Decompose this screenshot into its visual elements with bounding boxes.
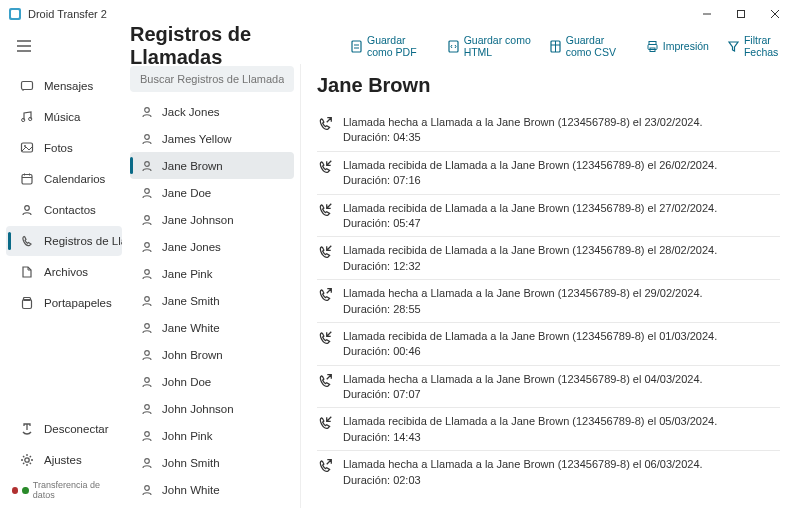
sidebar-settings-label: Ajustes <box>44 454 82 466</box>
svg-rect-24 <box>22 175 32 185</box>
person-icon <box>140 429 154 443</box>
call-incoming-icon <box>317 330 333 346</box>
sidebar-item-clipboard[interactable]: Portapapeles <box>6 288 122 318</box>
print-label: Impresión <box>663 40 709 52</box>
person-icon <box>140 105 154 119</box>
contact-item[interactable]: John White <box>130 476 294 503</box>
svg-rect-17 <box>648 44 657 49</box>
sidebar: MensajesMúsicaFotosCalendariosContactosR… <box>0 64 128 508</box>
contact-name: Jane Jones <box>162 241 221 253</box>
calls-list: Llamada hecha a Llamada a la Jane Brown … <box>317 109 780 493</box>
sidebar-item-label: Portapapeles <box>44 297 112 309</box>
app-logo-icon <box>8 7 22 21</box>
contacts-icon <box>20 203 34 217</box>
html-icon <box>447 40 460 53</box>
close-button[interactable] <box>758 2 792 26</box>
save-pdf-button[interactable]: Guardar como PDF <box>344 30 435 62</box>
person-icon <box>140 456 154 470</box>
files-icon <box>20 265 34 279</box>
call-text: Llamada recibida de Llamada a la Jane Br… <box>343 414 717 445</box>
contact-item[interactable]: Jane Smith <box>130 287 294 314</box>
contact-name: John Doe <box>162 376 211 388</box>
person-icon <box>140 348 154 362</box>
sidebar-item-files[interactable]: Archivos <box>6 257 122 287</box>
sidebar-item-music[interactable]: Música <box>6 102 122 132</box>
contact-name: John White <box>162 484 220 496</box>
contact-name: John Smith <box>162 457 220 469</box>
svg-rect-9 <box>352 41 361 52</box>
save-html-button[interactable]: Guardar como HTML <box>441 30 537 62</box>
contact-item[interactable]: Jane White <box>130 314 294 341</box>
sidebar-item-messages[interactable]: Mensajes <box>6 71 122 101</box>
svg-point-21 <box>29 117 32 120</box>
call-text: Llamada hecha a Llamada a la Jane Brown … <box>343 372 703 403</box>
contact-name: Jane Johnson <box>162 214 234 226</box>
contacts-list: Jack JonesJames YellowJane BrownJane Doe… <box>128 98 300 508</box>
svg-rect-3 <box>738 11 745 18</box>
contact-item[interactable]: Jane Doe <box>130 179 294 206</box>
contact-item[interactable]: John Smith <box>130 449 294 476</box>
filter-dates-button[interactable]: Filtrar Fechas <box>721 30 792 62</box>
minimize-button[interactable] <box>690 2 724 26</box>
svg-point-46 <box>145 485 150 490</box>
person-icon <box>140 240 154 254</box>
svg-point-45 <box>145 458 150 463</box>
sidebar-item-call-logs[interactable]: Registros de Llamadas <box>6 226 122 256</box>
disconnect-icon <box>20 422 34 436</box>
sidebar-item-label: Calendarios <box>44 173 105 185</box>
maximize-button[interactable] <box>724 2 758 26</box>
call-outgoing-icon <box>317 458 333 474</box>
svg-rect-19 <box>22 82 33 90</box>
contact-name: James Yellow <box>162 133 232 145</box>
svg-point-43 <box>145 404 150 409</box>
call-row: Llamada hecha a Llamada a la Jane Brown … <box>317 366 780 409</box>
contact-item[interactable]: Jane Brown <box>130 152 294 179</box>
filter-dates-label: Filtrar Fechas <box>744 34 786 58</box>
contact-item[interactable]: John Johnson <box>130 395 294 422</box>
contact-item[interactable]: Jane Johnson <box>130 206 294 233</box>
contact-item[interactable]: Jack Jones <box>130 98 294 125</box>
svg-point-32 <box>145 107 150 112</box>
status-dot-green <box>22 487 28 494</box>
contact-name: John Brown <box>162 349 223 361</box>
contact-item[interactable]: John Pink <box>130 422 294 449</box>
call-text: Llamada recibida de Llamada a la Jane Br… <box>343 201 717 232</box>
contact-item[interactable]: James Yellow <box>130 125 294 152</box>
contact-name: Jack Jones <box>162 106 220 118</box>
photos-icon <box>20 141 34 155</box>
call-text: Llamada recibida de Llamada a la Jane Br… <box>343 329 717 360</box>
window-title: Droid Transfer 2 <box>28 8 107 20</box>
contact-name: John Johnson <box>162 403 234 415</box>
gear-icon <box>20 453 34 467</box>
contact-name: John Pink <box>162 430 213 442</box>
call-row: Llamada recibida de Llamada a la Jane Br… <box>317 195 780 238</box>
svg-point-33 <box>145 134 150 139</box>
contact-item[interactable]: John Brown <box>130 341 294 368</box>
contact-item[interactable]: Jane Pink <box>130 260 294 287</box>
sidebar-item-contacts[interactable]: Contactos <box>6 195 122 225</box>
sidebar-item-calendars[interactable]: Calendarios <box>6 164 122 194</box>
save-csv-button[interactable]: Guardar como CSV <box>543 30 634 62</box>
hamburger-button[interactable] <box>4 28 44 64</box>
call-incoming-icon <box>317 244 333 260</box>
save-pdf-label: Guardar como PDF <box>367 34 429 58</box>
call-incoming-icon <box>317 415 333 431</box>
csv-icon <box>549 40 562 53</box>
filter-icon <box>727 40 740 53</box>
call-text: Llamada hecha a Llamada a la Jane Brown … <box>343 286 703 317</box>
sidebar-disconnect[interactable]: Desconectar <box>6 414 122 444</box>
contact-item[interactable]: Jane Jones <box>130 233 294 260</box>
call-incoming-icon <box>317 202 333 218</box>
person-icon <box>140 402 154 416</box>
svg-point-20 <box>22 118 25 121</box>
status-bar: Transferencia de datos <box>0 476 128 504</box>
save-html-label: Guardar como HTML <box>464 34 531 58</box>
call-row: Llamada recibida de Llamada a la Jane Br… <box>317 152 780 195</box>
search-input[interactable] <box>130 66 294 92</box>
contact-item[interactable]: John Doe <box>130 368 294 395</box>
svg-point-42 <box>145 377 150 382</box>
print-button[interactable]: Impresión <box>640 30 715 62</box>
sidebar-settings[interactable]: Ajustes <box>6 445 122 475</box>
call-outgoing-icon <box>317 116 333 132</box>
sidebar-item-photos[interactable]: Fotos <box>6 133 122 163</box>
